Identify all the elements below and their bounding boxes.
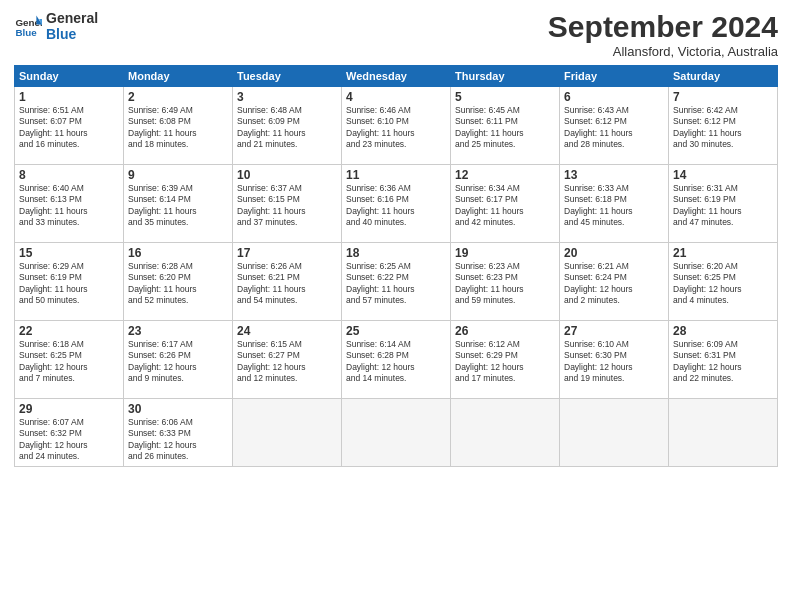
day-number: 28	[673, 324, 773, 338]
cell-info: Sunrise: 6:34 AM Sunset: 6:17 PM Dayligh…	[455, 183, 555, 229]
cell-info: Sunrise: 6:39 AM Sunset: 6:14 PM Dayligh…	[128, 183, 228, 229]
table-row: 22Sunrise: 6:18 AM Sunset: 6:25 PM Dayli…	[15, 321, 124, 399]
day-number: 25	[346, 324, 446, 338]
cell-info: Sunrise: 6:49 AM Sunset: 6:08 PM Dayligh…	[128, 105, 228, 151]
cell-info: Sunrise: 6:37 AM Sunset: 6:15 PM Dayligh…	[237, 183, 337, 229]
table-row: 27Sunrise: 6:10 AM Sunset: 6:30 PM Dayli…	[560, 321, 669, 399]
cell-info: Sunrise: 6:51 AM Sunset: 6:07 PM Dayligh…	[19, 105, 119, 151]
col-tuesday: Tuesday	[233, 66, 342, 87]
table-row: 5Sunrise: 6:45 AM Sunset: 6:11 PM Daylig…	[451, 87, 560, 165]
month-title: September 2024	[548, 10, 778, 44]
day-number: 14	[673, 168, 773, 182]
calendar: Sunday Monday Tuesday Wednesday Thursday…	[14, 65, 778, 467]
table-row: 2Sunrise: 6:49 AM Sunset: 6:08 PM Daylig…	[124, 87, 233, 165]
day-number: 11	[346, 168, 446, 182]
logo-line1: General	[46, 10, 98, 26]
day-number: 15	[19, 246, 119, 260]
logo: General Blue General Blue	[14, 10, 98, 42]
cell-info: Sunrise: 6:07 AM Sunset: 6:32 PM Dayligh…	[19, 417, 119, 463]
table-row: 3Sunrise: 6:48 AM Sunset: 6:09 PM Daylig…	[233, 87, 342, 165]
day-number: 18	[346, 246, 446, 260]
table-row: 15Sunrise: 6:29 AM Sunset: 6:19 PM Dayli…	[15, 243, 124, 321]
table-row: 26Sunrise: 6:12 AM Sunset: 6:29 PM Dayli…	[451, 321, 560, 399]
table-row: 28Sunrise: 6:09 AM Sunset: 6:31 PM Dayli…	[669, 321, 778, 399]
header-row: Sunday Monday Tuesday Wednesday Thursday…	[15, 66, 778, 87]
cell-info: Sunrise: 6:06 AM Sunset: 6:33 PM Dayligh…	[128, 417, 228, 463]
day-number: 23	[128, 324, 228, 338]
col-sunday: Sunday	[15, 66, 124, 87]
day-number: 6	[564, 90, 664, 104]
table-row: 6Sunrise: 6:43 AM Sunset: 6:12 PM Daylig…	[560, 87, 669, 165]
cell-info: Sunrise: 6:40 AM Sunset: 6:13 PM Dayligh…	[19, 183, 119, 229]
day-number: 27	[564, 324, 664, 338]
cell-info: Sunrise: 6:17 AM Sunset: 6:26 PM Dayligh…	[128, 339, 228, 385]
table-row	[233, 399, 342, 467]
day-number: 20	[564, 246, 664, 260]
table-row: 9Sunrise: 6:39 AM Sunset: 6:14 PM Daylig…	[124, 165, 233, 243]
table-row: 18Sunrise: 6:25 AM Sunset: 6:22 PM Dayli…	[342, 243, 451, 321]
cell-info: Sunrise: 6:43 AM Sunset: 6:12 PM Dayligh…	[564, 105, 664, 151]
day-number: 2	[128, 90, 228, 104]
svg-text:Blue: Blue	[15, 27, 37, 38]
cell-info: Sunrise: 6:31 AM Sunset: 6:19 PM Dayligh…	[673, 183, 773, 229]
cell-info: Sunrise: 6:45 AM Sunset: 6:11 PM Dayligh…	[455, 105, 555, 151]
col-wednesday: Wednesday	[342, 66, 451, 87]
location: Allansford, Victoria, Australia	[548, 44, 778, 59]
logo-icon: General Blue	[14, 12, 42, 40]
cell-info: Sunrise: 6:20 AM Sunset: 6:25 PM Dayligh…	[673, 261, 773, 307]
day-number: 4	[346, 90, 446, 104]
cell-info: Sunrise: 6:21 AM Sunset: 6:24 PM Dayligh…	[564, 261, 664, 307]
day-number: 24	[237, 324, 337, 338]
day-number: 29	[19, 402, 119, 416]
table-row: 10Sunrise: 6:37 AM Sunset: 6:15 PM Dayli…	[233, 165, 342, 243]
logo-line2: Blue	[46, 26, 98, 42]
day-number: 26	[455, 324, 555, 338]
table-row	[451, 399, 560, 467]
cell-info: Sunrise: 6:48 AM Sunset: 6:09 PM Dayligh…	[237, 105, 337, 151]
cell-info: Sunrise: 6:26 AM Sunset: 6:21 PM Dayligh…	[237, 261, 337, 307]
table-row: 30Sunrise: 6:06 AM Sunset: 6:33 PM Dayli…	[124, 399, 233, 467]
cell-info: Sunrise: 6:23 AM Sunset: 6:23 PM Dayligh…	[455, 261, 555, 307]
day-number: 3	[237, 90, 337, 104]
table-row: 14Sunrise: 6:31 AM Sunset: 6:19 PM Dayli…	[669, 165, 778, 243]
day-number: 8	[19, 168, 119, 182]
header: General Blue General Blue September 2024…	[14, 10, 778, 59]
cell-info: Sunrise: 6:14 AM Sunset: 6:28 PM Dayligh…	[346, 339, 446, 385]
cell-info: Sunrise: 6:28 AM Sunset: 6:20 PM Dayligh…	[128, 261, 228, 307]
cell-info: Sunrise: 6:12 AM Sunset: 6:29 PM Dayligh…	[455, 339, 555, 385]
day-number: 21	[673, 246, 773, 260]
day-number: 12	[455, 168, 555, 182]
day-number: 1	[19, 90, 119, 104]
table-row: 19Sunrise: 6:23 AM Sunset: 6:23 PM Dayli…	[451, 243, 560, 321]
table-row	[342, 399, 451, 467]
col-thursday: Thursday	[451, 66, 560, 87]
table-row: 23Sunrise: 6:17 AM Sunset: 6:26 PM Dayli…	[124, 321, 233, 399]
cell-info: Sunrise: 6:36 AM Sunset: 6:16 PM Dayligh…	[346, 183, 446, 229]
col-saturday: Saturday	[669, 66, 778, 87]
table-row: 13Sunrise: 6:33 AM Sunset: 6:18 PM Dayli…	[560, 165, 669, 243]
cell-info: Sunrise: 6:18 AM Sunset: 6:25 PM Dayligh…	[19, 339, 119, 385]
cell-info: Sunrise: 6:46 AM Sunset: 6:10 PM Dayligh…	[346, 105, 446, 151]
day-number: 19	[455, 246, 555, 260]
table-row	[560, 399, 669, 467]
day-number: 7	[673, 90, 773, 104]
table-row: 25Sunrise: 6:14 AM Sunset: 6:28 PM Dayli…	[342, 321, 451, 399]
col-friday: Friday	[560, 66, 669, 87]
day-number: 16	[128, 246, 228, 260]
table-row: 20Sunrise: 6:21 AM Sunset: 6:24 PM Dayli…	[560, 243, 669, 321]
day-number: 17	[237, 246, 337, 260]
table-row: 16Sunrise: 6:28 AM Sunset: 6:20 PM Dayli…	[124, 243, 233, 321]
cell-info: Sunrise: 6:29 AM Sunset: 6:19 PM Dayligh…	[19, 261, 119, 307]
title-block: September 2024 Allansford, Victoria, Aus…	[548, 10, 778, 59]
table-row: 17Sunrise: 6:26 AM Sunset: 6:21 PM Dayli…	[233, 243, 342, 321]
table-row: 21Sunrise: 6:20 AM Sunset: 6:25 PM Dayli…	[669, 243, 778, 321]
day-number: 30	[128, 402, 228, 416]
day-number: 10	[237, 168, 337, 182]
col-monday: Monday	[124, 66, 233, 87]
cell-info: Sunrise: 6:09 AM Sunset: 6:31 PM Dayligh…	[673, 339, 773, 385]
page: General Blue General Blue September 2024…	[0, 0, 792, 612]
table-row: 4Sunrise: 6:46 AM Sunset: 6:10 PM Daylig…	[342, 87, 451, 165]
cell-info: Sunrise: 6:42 AM Sunset: 6:12 PM Dayligh…	[673, 105, 773, 151]
day-number: 5	[455, 90, 555, 104]
table-row: 24Sunrise: 6:15 AM Sunset: 6:27 PM Dayli…	[233, 321, 342, 399]
